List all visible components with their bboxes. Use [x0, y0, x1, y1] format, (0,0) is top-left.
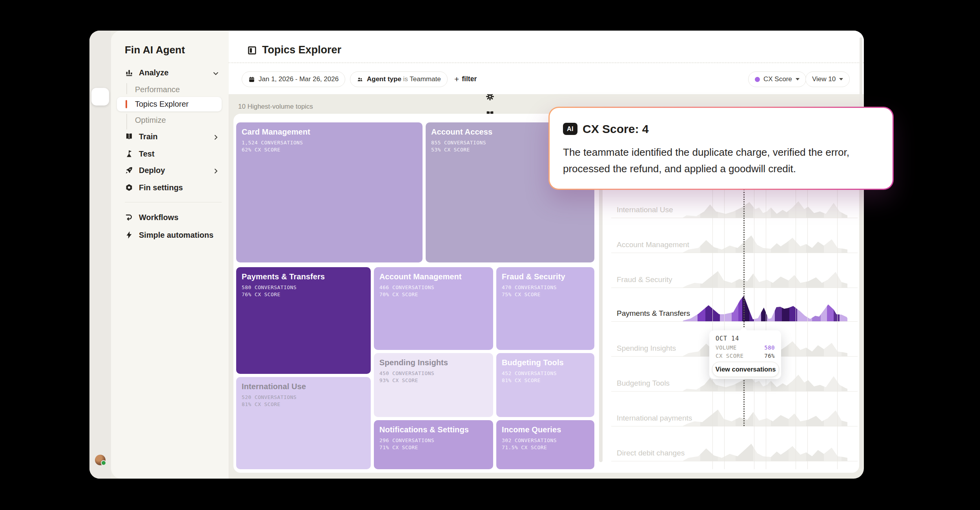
- tooltip-volume-label: VOLUME: [716, 344, 737, 351]
- tooltip-cx-label: CX SCORE: [716, 353, 743, 359]
- sparkline: [683, 196, 847, 218]
- cell-stats: 520 CONVERSATIONS 81% CX SCORE: [242, 394, 365, 408]
- nav-item-label: Train: [139, 132, 158, 141]
- add-filter-label: filter: [462, 75, 477, 83]
- page-title: Topics Explorer: [262, 44, 341, 56]
- nav-item-performance[interactable]: Performance: [135, 85, 180, 94]
- treemap-cell-fraud_security[interactable]: Fraud & Security470 CONVERSATIONS 75% CX…: [496, 267, 594, 350]
- nav-item-label: Topics Explorer: [135, 100, 189, 109]
- tooltip-cx-value: 76%: [764, 353, 775, 359]
- cell-stats: 302 CONVERSATIONS 71.5% CX SCORE: [502, 437, 589, 451]
- chevron-down-icon: [839, 78, 843, 82]
- nav-item-topics-explorer-selected[interactable]: Topics Explorer: [117, 97, 222, 111]
- cell-title: Spending Insights: [379, 358, 488, 367]
- treemap-cell-account_management[interactable]: Account Management466 CONVERSATIONS 70% …: [374, 267, 493, 350]
- nav-item-deploy[interactable]: Deploy: [125, 164, 219, 177]
- nav-item-fin-settings[interactable]: Fin settings: [125, 181, 219, 194]
- sparkline-row-fraud-security[interactable]: Fraud & Security: [611, 253, 858, 288]
- datapoint-tooltip: OCT 14 VOLUME580 CX SCORE76% View conver…: [709, 330, 781, 379]
- cell-title: Account Management: [379, 272, 488, 281]
- chevron-right-icon: [213, 133, 219, 140]
- cell-stats: 470 CONVERSATIONS 75% CX SCORE: [502, 284, 589, 298]
- row-label: International payments: [617, 414, 692, 423]
- sparkline-row-international-payments[interactable]: International payments: [611, 391, 858, 426]
- date-range-filter[interactable]: Jan 1, 2026 - Mar 26, 2026: [242, 71, 345, 87]
- view-count-selector[interactable]: View 10: [805, 71, 850, 87]
- section-label: 10 Highest-volume topics: [238, 103, 313, 111]
- treemap-cell-payments_transfers[interactable]: Payments & Transfers580 CONVERSATIONS 76…: [236, 267, 371, 374]
- panel-gridline: [807, 189, 808, 469]
- cell-stats: 1,524 CONVERSATIONS 62% CX SCORE: [242, 139, 417, 153]
- calendar-icon: [248, 76, 255, 83]
- sparkline: [683, 439, 847, 461]
- topics-explorer-icon: [247, 46, 257, 55]
- view-conversations-button[interactable]: View conversations: [712, 362, 779, 377]
- rail-active-indicator: [91, 88, 109, 106]
- date-range-label: Jan 1, 2026 - Mar 26, 2026: [259, 75, 339, 83]
- metric-label: CX Score: [763, 75, 792, 83]
- nav-item-label: Analyze: [139, 68, 169, 77]
- cell-title: Card Management: [242, 128, 417, 137]
- agent-type-people-icon: [357, 76, 363, 83]
- nav-item-analyze[interactable]: Analyze: [125, 66, 219, 79]
- add-filter-button[interactable]: + filter: [454, 75, 477, 83]
- deploy-rocket-icon: [125, 166, 133, 175]
- hover-cursor-line: [743, 189, 745, 426]
- filter-value: Teammate: [410, 75, 441, 83]
- cell-stats: 296 CONVERSATIONS 71% CX SCORE: [379, 437, 488, 451]
- cell-stats: 452 CONVERSATIONS 81% CX SCORE: [502, 370, 589, 384]
- sparkline: [683, 231, 847, 253]
- callout-title: CX Score: 4: [583, 122, 648, 136]
- cell-stats: 466 CONVERSATIONS 70% CX SCORE: [379, 284, 488, 298]
- cell-title: Income Queries: [502, 425, 589, 434]
- cx-score-dot: [755, 77, 760, 82]
- panel-gridline: [712, 189, 713, 469]
- nav-item-test[interactable]: Test: [125, 147, 219, 160]
- cell-title: Payments & Transfers: [242, 272, 365, 281]
- nav-item-simple-automations[interactable]: Simple automations: [125, 228, 219, 242]
- panel-gridline: [766, 189, 766, 469]
- treemap-cell-card_management[interactable]: Card Management1,524 CONVERSATIONS 62% C…: [236, 122, 423, 262]
- nav-item-label: Fin settings: [139, 183, 183, 192]
- row-label: Payments & Transfers: [617, 309, 690, 318]
- test-flag-icon: [125, 149, 133, 158]
- ai-badge: AI: [563, 123, 577, 135]
- nav-item-label: Test: [139, 149, 155, 158]
- sparkline-row-direct-debit-changes[interactable]: Direct debit changes: [611, 426, 858, 461]
- sparkline-row-account-management[interactable]: Account Management: [611, 218, 858, 253]
- treemap-cell-budgeting_tools[interactable]: Budgeting Tools452 CONVERSATIONS 81% CX …: [496, 353, 594, 417]
- lightning-bolt-icon: [125, 231, 133, 239]
- workflows-loop-icon: [125, 213, 133, 222]
- online-status-dot: [101, 460, 106, 466]
- chevron-down-icon: [796, 78, 800, 82]
- treemap-cell-international_use[interactable]: International Use520 CONVERSATIONS 81% C…: [236, 377, 371, 469]
- sparkline: [683, 404, 847, 426]
- treemap-scrollbar[interactable]: [599, 188, 603, 462]
- metric-selector[interactable]: CX Score: [748, 71, 806, 87]
- nav-title: Fin AI Agent: [125, 44, 185, 56]
- cell-stats: 450 CONVERSATIONS 93% CX SCORE: [379, 370, 488, 384]
- nav-item-workflows[interactable]: Workflows: [125, 211, 219, 224]
- header-divider: [229, 62, 864, 63]
- user-avatar[interactable]: [95, 455, 106, 465]
- sparkline-row-payments-transfers[interactable]: Payments & Transfers: [611, 286, 858, 322]
- row-label: Budgeting Tools: [617, 379, 670, 388]
- filter-op: is: [403, 75, 408, 83]
- plus-icon: +: [454, 75, 459, 83]
- nav-item-train[interactable]: Train: [125, 130, 219, 143]
- panel-gridline: [724, 189, 725, 469]
- treemap-cell-income_queries[interactable]: Income Queries302 CONVERSATIONS 71.5% CX…: [496, 420, 594, 469]
- agent-type-filter[interactable]: Agent type is Teammate: [350, 71, 448, 87]
- panel-gridline: [837, 189, 838, 469]
- window-scrollbar[interactable]: [860, 37, 862, 469]
- page: Fin AI Agent Analyze Performance Topics …: [0, 0, 980, 510]
- row-label: Direct debit changes: [617, 449, 685, 457]
- nav-guide-line: [126, 114, 127, 129]
- treemap-cell-notifications_settings[interactable]: Notifications & Settings296 CONVERSATION…: [374, 420, 493, 469]
- nav-item-optimize[interactable]: Optimize: [135, 116, 166, 125]
- row-label: International Use: [617, 206, 673, 214]
- ai-cx-score-callout: AI CX Score: 4 The teammate identified t…: [548, 107, 894, 190]
- filter-key: Agent type: [367, 75, 401, 83]
- treemap-cell-spending_insights[interactable]: Spending Insights450 CONVERSATIONS 93% C…: [374, 353, 493, 417]
- callout-body: The teammate identified the duplicate ch…: [563, 144, 873, 177]
